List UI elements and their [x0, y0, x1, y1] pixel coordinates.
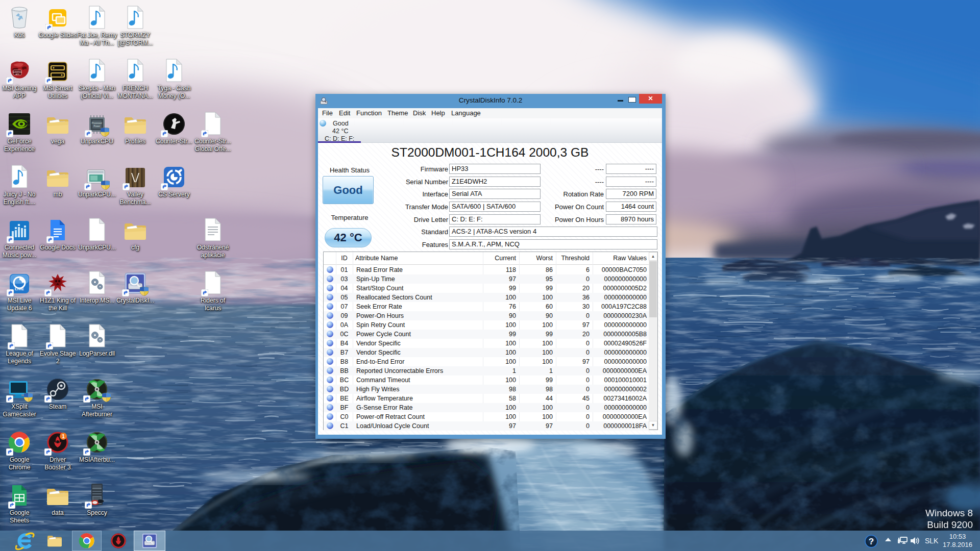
svg-text:1: 1 — [62, 434, 65, 439]
svg-text:Power: Power — [94, 125, 101, 128]
svg-text:LIVE: LIVE — [15, 287, 24, 291]
svg-text:APP: APP — [15, 73, 19, 76]
svg-text:Processor: Processor — [92, 122, 103, 124]
